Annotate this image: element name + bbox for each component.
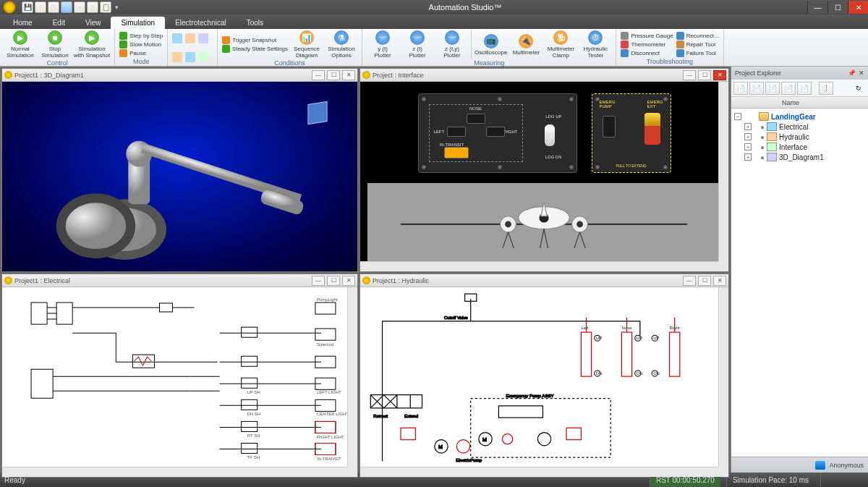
panel-max-button[interactable]: ☐ [698,70,711,80]
snapshot-icon-1[interactable] [172,33,182,43]
panel-3d-titlebar[interactable]: Project1 : 3D_Diagram1 — ☐ ✕ [2,69,357,82]
hydraulic-schematic[interactable]: Cutoff Valve Retract Extend Emergency Pu… [360,287,728,477]
svg-rect-55 [471,399,610,457]
expand-icon[interactable]: − [734,113,741,120]
pressure-gauge-button[interactable]: Pressure Gauge [621,32,673,40]
zty-plotter-button[interactable]: 〰z (t,y) Plotter [436,30,468,59]
panel-max-button[interactable]: ☐ [698,276,711,286]
gear-lever[interactable] [545,124,555,146]
tab-tools[interactable]: Tools [237,17,273,29]
trigger-snapshot-button[interactable]: Trigger Snapshot [222,36,288,44]
step-by-step-button[interactable]: Step by Step [119,32,163,40]
scrollbar-v[interactable] [347,287,357,467]
qat-copy-icon[interactable]: ⧉ [87,1,98,13]
slow-motion-button[interactable]: Slow Motion [119,41,163,48]
normal-simulation-button[interactable]: ▶ Normal Simulation [4,30,36,59]
snapshot-icon-2[interactable] [185,33,195,43]
repair-tool-button[interactable]: Repair Tool [676,41,719,48]
stop-simulation-button[interactable]: ■ Stop Simulation [39,30,71,59]
viewport-3d[interactable] [2,82,357,271]
qat-redo-icon[interactable]: ↷ [48,1,59,13]
snapshot-icon-5[interactable] [185,52,195,62]
explorer-close-icon[interactable]: ✕ [859,69,864,77]
qat-dropdown-icon[interactable]: ▾ [113,1,120,13]
expand-icon[interactable]: + [744,123,752,130]
pin-icon[interactable]: 📌 [848,69,856,77]
scrollbar-h[interactable] [360,467,718,477]
tree-root[interactable]: − LandingGear [734,111,865,122]
electrical-schematic[interactable]: PumpLight Solenoid UP SH DN SH RT SH TF … [2,287,357,477]
expand-icon[interactable]: + [744,133,752,140]
tree-item-3d[interactable]: + ● 3D_Diagram1 [734,152,865,162]
oscilloscope-button[interactable]: 📺Oscilloscope [475,34,507,56]
expand-icon[interactable]: + [744,143,752,151]
disconnect-button[interactable]: Disconnect [621,49,673,57]
emerg-pump-switch[interactable] [603,116,616,137]
explorer-columns[interactable]: Name [731,97,868,109]
sequence-diagram-button[interactable]: 📊Sequence Diagram [291,30,323,59]
exp-btn-3[interactable]: 📄 [765,82,780,95]
panel-min-button[interactable]: — [312,70,325,80]
tab-edit[interactable]: Edit [43,17,75,29]
panel-electrical-titlebar[interactable]: Project1 : Electrical — ☐ ✕ [2,274,357,287]
view-cube-gizmo[interactable] [307,101,327,125]
panel-close-button[interactable]: ✕ [713,70,726,80]
panel-min-button[interactable]: — [683,276,696,286]
qat-save-icon[interactable]: 💾 [22,1,33,13]
panel-max-button[interactable]: ☐ [327,276,340,286]
exp-btn-2[interactable]: 📄 [749,82,764,95]
tab-view[interactable]: View [75,17,111,29]
qat-undo-icon[interactable]: ↶ [35,1,46,13]
panel-min-button[interactable]: — [312,276,325,286]
steady-state-button[interactable]: Steady State Settings [222,45,288,53]
close-button[interactable]: ✕ [848,1,868,14]
maximize-button[interactable]: ☐ [827,1,848,14]
qat-paste-icon[interactable]: 📋 [100,1,111,13]
pause-button[interactable]: Pause [119,49,163,57]
exp-btn-6[interactable]: ⋮ [819,82,833,95]
snapshot-icon-4[interactable] [172,52,182,62]
qat-print-icon[interactable]: ⎙ [61,1,72,13]
multimeter-button[interactable]: 🔌Multimeter [510,34,542,56]
project-tree[interactable]: − LandingGear + ● Electrical + ● Hydraul… [731,109,868,457]
explorer-header[interactable]: Project Explorer 📌 ✕ [731,67,868,80]
zt-plotter-button[interactable]: 〰z (t) Plotter [401,30,433,59]
panel-min-button[interactable]: — [683,70,696,80]
scrollbar-h[interactable] [360,261,718,271]
scrollbar-v[interactable] [718,82,728,261]
tree-item-hydraulic[interactable]: + ● Hydraulic [734,132,865,142]
yt-plotter-button[interactable]: 〰y (t) Plotter [367,30,399,59]
panel-hydraulic-titlebar[interactable]: Project1 : Hydraulic — ☐ ✕ [360,274,728,287]
hydraulic-tester-button[interactable]: ⏱Hydraulic Tester [579,30,611,59]
exp-btn-1[interactable]: 📄 [733,82,748,95]
tab-home[interactable]: Home [3,17,43,29]
tree-item-interface[interactable]: + ● Interface [734,142,865,152]
simulation-snapshot-button[interactable]: ▶ Simulation with Snapshot [74,30,110,59]
thermometer-button[interactable]: Thermometer [621,41,673,48]
panel-close-button[interactable]: ✕ [713,276,726,286]
snapshot-icon-6[interactable] [198,52,208,62]
minimize-button[interactable]: — [807,1,827,14]
snapshot-icon-3[interactable] [198,33,208,43]
expand-icon[interactable]: + [744,153,752,161]
panel-close-button[interactable]: ✕ [342,70,355,80]
scrollbar-h[interactable] [2,467,347,477]
failure-tool-button[interactable]: Failure Tool [676,49,719,57]
svg-text:Solenoid: Solenoid [317,342,333,347]
tab-electrotechnical[interactable]: Electrotechnical [165,17,237,29]
exp-btn-4[interactable]: 📄 [781,82,796,95]
interface-canvas[interactable]: NOSE LEFT RIGHT IN-TRANSIT LDG UP LDG DN [360,82,728,271]
panel-close-button[interactable]: ✕ [342,276,355,286]
panel-interface-titlebar[interactable]: Project : Interface — ☐ ✕ [360,69,728,82]
simulation-options-button[interactable]: ⚗Simulation Options [326,30,357,59]
exp-btn-refresh[interactable]: ↻ [851,82,866,95]
tree-item-electrical[interactable]: + ● Electrical [734,122,865,132]
qat-cut-icon[interactable]: ✂ [74,1,85,13]
tab-simulation[interactable]: Simulation [111,17,165,29]
emerg-ext-handle[interactable] [644,113,660,145]
exp-btn-5[interactable]: 📄 [797,82,812,95]
panel-max-button[interactable]: ☐ [327,70,340,80]
multimeter-clamp-button[interactable]: 🗜Multimeter Clamp [545,30,576,59]
scrollbar-v[interactable] [718,287,728,467]
reconnect-button[interactable]: Reconnect... [676,32,719,40]
